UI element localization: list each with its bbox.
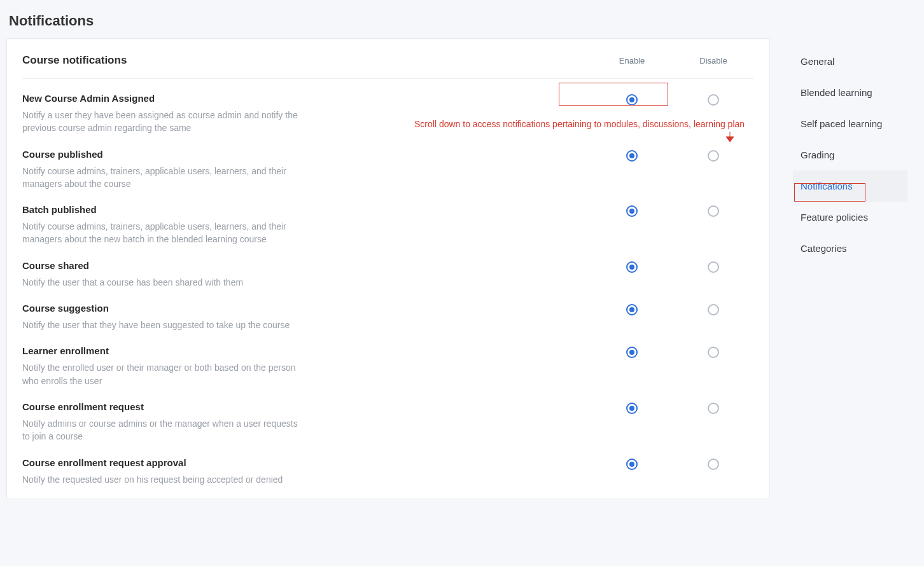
row-description: Notify the user that they have been sugg… (22, 319, 307, 331)
notification-row: Course sharedNotify the user that a cour… (22, 246, 754, 289)
sidebar-item-notifications[interactable]: Notifications (793, 170, 907, 202)
radio-disable[interactable] (708, 205, 719, 217)
notification-row: Course publishedNotify course admins, tr… (22, 135, 754, 191)
row-title: Course enrollment request (22, 401, 307, 412)
row-description: Notify admins or course admins or the ma… (22, 417, 307, 443)
row-description: Notify the user that a course has been s… (22, 276, 307, 289)
radio-enable[interactable] (626, 304, 638, 315)
radio-enable[interactable] (626, 94, 638, 106)
column-header-enable: Enable (591, 56, 673, 66)
row-description: Notify a user they have been assigned as… (22, 109, 307, 135)
sidebar-item-grading[interactable]: Grading (793, 139, 907, 170)
radio-disable[interactable] (708, 347, 719, 358)
sidebar-item-categories[interactable]: Categories (793, 233, 907, 264)
row-title: New Course Admin Assigned (22, 93, 307, 104)
radio-enable[interactable] (626, 150, 638, 162)
annotation-text: Scroll down to access notifications pert… (414, 119, 745, 129)
column-header-disable: Disable (673, 56, 754, 66)
notifications-card: Course notifications Enable Disable New … (6, 38, 770, 499)
radio-enable[interactable] (626, 403, 638, 414)
radio-enable[interactable] (626, 347, 638, 358)
radio-disable[interactable] (708, 304, 719, 315)
notification-row: Batch publishedNotify course admins, tra… (22, 190, 754, 246)
row-title: Course published (22, 149, 307, 160)
section-header: Course notifications Enable Disable (22, 40, 754, 79)
row-title: Course suggestion (22, 303, 307, 314)
sidebar-item-blended-learning[interactable]: Blended learning (793, 77, 907, 108)
notification-row: Learner enrollmentNotify the enrolled us… (22, 331, 754, 387)
row-description: Notify the enrolled user or their manage… (22, 361, 307, 387)
row-description: Notify course admins, trainers, applicab… (22, 220, 307, 246)
sidebar-item-feature-policies[interactable]: Feature policies (793, 202, 907, 233)
row-title: Batch published (22, 204, 307, 215)
row-description: Notify the requested user on his request… (22, 473, 307, 486)
radio-enable[interactable] (626, 261, 638, 273)
row-title: Learner enrollment (22, 345, 307, 356)
row-description: Notify course admins, trainers, applicab… (22, 165, 307, 191)
radio-disable[interactable] (708, 459, 719, 470)
row-title: Course shared (22, 260, 307, 271)
settings-sidebar: GeneralBlended learningSelf paced learni… (793, 38, 907, 264)
radio-disable[interactable] (708, 94, 719, 106)
notification-row: Course enrollment requestNotify admins o… (22, 387, 754, 443)
row-title: Course enrollment request approval (22, 457, 307, 468)
sidebar-item-self-paced-learning[interactable]: Self paced learning (793, 108, 907, 139)
notification-row: Course enrollment request approvalNotify… (22, 443, 754, 486)
radio-enable[interactable] (626, 205, 638, 217)
radio-disable[interactable] (708, 150, 719, 162)
annotation-arrow-icon (725, 132, 735, 143)
section-title: Course notifications (22, 54, 591, 67)
radio-enable[interactable] (626, 459, 638, 470)
page-title: Notifications (0, 0, 924, 38)
radio-disable[interactable] (708, 261, 719, 273)
radio-disable[interactable] (708, 403, 719, 414)
notification-row: Course suggestionNotify the user that th… (22, 289, 754, 331)
sidebar-item-general[interactable]: General (793, 46, 907, 77)
